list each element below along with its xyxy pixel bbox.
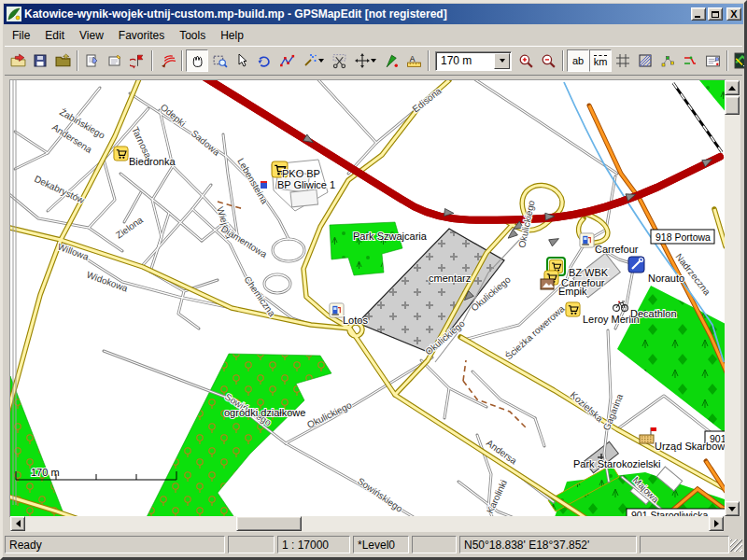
zoom-level-value: 170 m [436,54,494,67]
magic-wand-icon [303,53,317,68]
menu-help[interactable]: Help [213,27,251,44]
resize-grip[interactable] [730,539,742,552]
close-button[interactable]: X [726,7,741,21]
render-preview-button[interactable] [731,49,747,72]
hand-icon [190,53,205,69]
move-tool-button[interactable] [350,49,380,72]
trim-tool-button[interactable] [380,49,402,72]
norauto-wrench-icon [628,257,644,273]
signal-waves-icon [160,53,176,69]
green-flag-icon [384,53,400,69]
road-label: Okulickiego [305,399,354,430]
buildings [272,160,683,504]
horizontal-scroll-thumb[interactable] [236,516,302,531]
address-search-button[interactable] [701,49,724,72]
status-bar: Ready 1 : 17000 *Level0 N50°18.838' E18°… [5,534,742,555]
previous-view-button[interactable] [253,49,275,72]
cut-button[interactable] [328,49,350,72]
flag-rotate-icon [130,53,146,69]
scroll-left-button[interactable] [10,516,25,531]
zoom-rect-icon [212,53,228,69]
labels-toggle-button[interactable]: ab [567,49,589,72]
pan-tool-button[interactable] [186,49,208,72]
scale-toggle-button[interactable]: km [589,49,612,72]
file-properties-button[interactable] [81,49,104,72]
map-canvas[interactable]: Żabińskiego Andersena Dekabrystów Tarnos… [10,80,725,516]
toolbar-separator [151,50,153,71]
status-empty-panel [412,536,457,553]
open-folder-button[interactable] [51,49,74,72]
arrow-down-icon [728,507,736,511]
address-card-icon [705,53,721,69]
area-label: Park Szwajcaria [353,231,428,242]
bank-icon-stripe [261,181,267,183]
polygon-fill-toggle-button[interactable] [634,49,656,72]
status-level: *Level0 [353,536,409,553]
zoom-level-combobox[interactable]: 170 m [435,51,512,71]
nodes-icon [660,53,675,68]
magic-wand-button[interactable] [298,49,328,72]
route-shield-label: 901 Starogliwicka [631,510,708,516]
area-label: Park Starokozielski [573,458,661,469]
measure-tool-button[interactable]: A [402,49,425,72]
ab-label: ab [572,56,584,66]
routing-icon [683,53,698,68]
road-label: Tarnosa [130,125,153,160]
upload-to-gps-button[interactable] [126,49,148,72]
status-empty-panel [640,536,729,553]
svg-text:A: A [409,53,415,63]
fuel-station-icon [580,233,594,247]
poi-label: PKO BP [282,168,320,179]
scroll-right-button[interactable] [709,516,724,531]
map-viewport[interactable]: Żabińskiego Andersena Dekabrystów Tarnos… [10,80,725,516]
nodes-toggle-button[interactable] [656,49,679,72]
scroll-down-button[interactable] [725,501,740,516]
move-crosshair-icon [355,53,370,68]
poi-label: Biedronka [129,156,176,167]
map-properties-icon [107,53,122,68]
waypoints-button[interactable] [156,49,178,72]
app-icon [7,7,21,21]
main-toolbar: A 170 m ab km [5,46,742,76]
menu-favorites[interactable]: Favorites [111,27,172,44]
road-label: Sowińskiego [356,476,405,514]
scale-bar-label: 170 m [31,467,60,478]
zoom-out-button[interactable] [537,49,559,72]
ruler-icon: A [406,53,422,69]
minimize-icon [695,16,700,18]
menu-tools[interactable]: Tools [172,27,213,44]
maximize-button[interactable] [708,7,723,21]
maximize-icon [712,11,719,18]
menu-view[interactable]: View [72,27,111,44]
open-map-button[interactable] [7,49,29,72]
scissors-icon [331,53,347,69]
arrow-up-icon [728,86,736,91]
toolbar-separator [726,50,728,71]
fuel-station-icon [330,303,344,317]
zoom-in-button[interactable] [514,49,537,72]
shopping-cart-icon [566,302,580,316]
toolbar-separator [562,50,564,71]
road-label: Edisona [410,85,444,114]
grid-toggle-button[interactable] [612,49,634,72]
road-label: Zielona [114,215,146,241]
scroll-up-button[interactable] [725,80,740,95]
horizontal-scrollbar[interactable] [10,516,724,532]
road-label: Sadowa [190,128,222,158]
menu-bar: File Edit View Favorites Tools Help [5,25,742,45]
draw-polyline-button[interactable] [275,49,298,72]
status-empty-panel [228,536,275,553]
select-tool-button[interactable] [231,49,253,72]
menu-edit[interactable]: Edit [37,27,72,44]
vertical-scrollbar[interactable] [725,80,740,516]
menu-file[interactable]: File [5,27,37,44]
combo-dropdown-button[interactable] [494,53,510,69]
floppy-icon [33,53,48,68]
road-label: Kozielska [569,389,605,424]
routing-toggle-button[interactable] [679,49,701,72]
zoom-select-tool-button[interactable] [208,49,231,72]
minimize-button[interactable] [691,7,706,21]
save-button[interactable] [29,49,51,72]
map-properties-button[interactable] [104,49,126,72]
vertical-scroll-thumb[interactable] [725,96,740,115]
